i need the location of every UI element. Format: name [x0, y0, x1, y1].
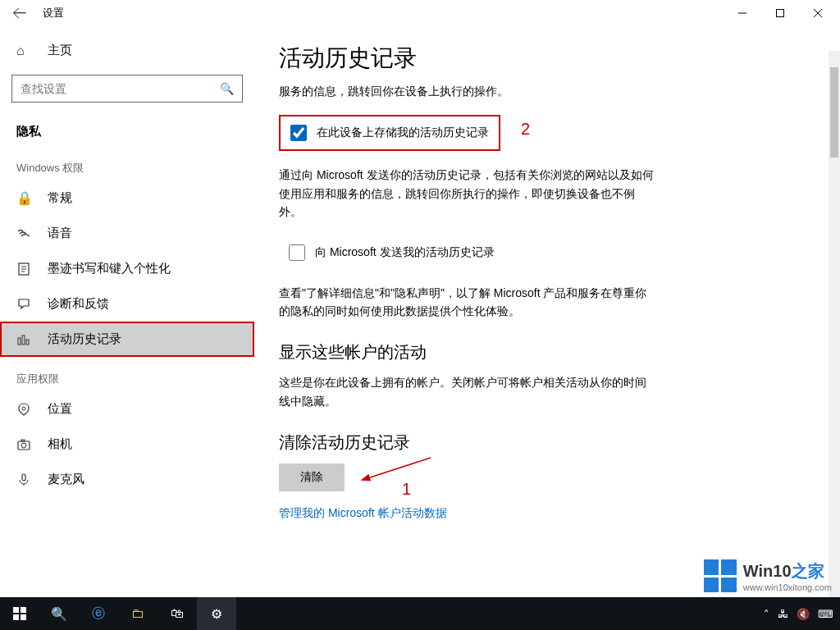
location-icon: [16, 402, 33, 417]
watermark-url: www.win10xitong.com: [743, 582, 832, 592]
taskbar-search-icon[interactable]: 🔍: [39, 597, 79, 630]
watermark-brand-b: 之家: [792, 562, 824, 580]
svg-point-11: [22, 407, 25, 410]
sidebar-item-activity-history[interactable]: 活动历史记录: [0, 322, 254, 357]
ime-icon[interactable]: ⌨: [818, 608, 833, 620]
sidebar-item-label: 活动历史记录: [48, 331, 121, 347]
chevron-up-icon[interactable]: ˄: [764, 608, 769, 620]
svg-rect-1: [777, 10, 784, 17]
sidebar-item-location[interactable]: 位置: [0, 391, 254, 427]
desc-1: 服务的信息，跳转回你在设备上执行的操作。: [279, 82, 656, 100]
maximize-button[interactable]: [761, 0, 799, 26]
svg-rect-9: [22, 336, 25, 345]
volume-mute-icon[interactable]: 🔇: [797, 608, 810, 620]
desc-2: 通过向 Microsoft 发送你的活动历史记录，包括有关你浏览的网站以及如何使…: [279, 166, 656, 221]
home-label: 主页: [48, 43, 72, 58]
sidebar-item-label: 常规: [48, 190, 72, 206]
manage-account-link[interactable]: 管理我的 Microsoft 帐户活动数据: [279, 506, 447, 521]
svg-rect-15: [22, 474, 25, 481]
sidebar-item-label: 麦克风: [48, 472, 84, 487]
watermark: Win10之家 www.win10xitong.com: [704, 559, 832, 592]
content-area: 活动历史记录 服务的信息，跳转回你在设备上执行的操作。 在此设备上存储我的活动历…: [254, 26, 840, 630]
history-icon: [16, 332, 33, 347]
group-app-permissions: 应用权限: [0, 357, 254, 391]
sidebar-item-camera[interactable]: 相机: [0, 427, 254, 462]
scrollbar[interactable]: [829, 51, 840, 597]
sidebar-item-microphone[interactable]: 麦克风: [0, 462, 254, 497]
checkbox-send-microsoft[interactable]: 向 Microsoft 发送我的活动历史记录: [279, 236, 525, 269]
clear-button[interactable]: 清除: [279, 463, 345, 491]
checkbox-send-microsoft-input[interactable]: [289, 244, 305, 261]
section-clear-heading: 清除活动历史记录: [279, 431, 815, 454]
mic-icon: [16, 472, 33, 487]
ink-icon: [16, 262, 33, 276]
network-icon[interactable]: 🖧: [778, 608, 788, 620]
checkbox-send-microsoft-label: 向 Microsoft 发送我的活动历史记录: [315, 245, 495, 260]
checkbox-store-history-label: 在此设备上存储我的活动历史记录: [317, 126, 489, 140]
sidebar-item-label: 位置: [48, 401, 72, 417]
section-show-accounts-heading: 显示这些帐户的活动: [279, 341, 815, 363]
section-privacy: 隐私: [0, 117, 254, 146]
svg-point-13: [21, 443, 26, 448]
svg-rect-21: [21, 614, 26, 620]
watermark-brand-a: Win10: [743, 562, 792, 580]
close-button[interactable]: [799, 0, 837, 26]
start-button[interactable]: [0, 597, 39, 630]
sidebar-item-feedback[interactable]: 诊断和反馈: [0, 286, 254, 322]
sidebar-item-speech[interactable]: 语音: [0, 216, 254, 251]
search-icon: 🔍: [220, 82, 234, 95]
home-nav[interactable]: ⌂ 主页: [0, 34, 254, 66]
camera-icon: [16, 437, 33, 452]
svg-line-17: [368, 458, 431, 478]
svg-rect-14: [21, 440, 25, 441]
sidebar: ⌂ 主页 🔍 隐私 Windows 权限 🔒 常规 语音 墨迹书写和键入个性化: [0, 26, 254, 630]
titlebar: 🡠 设置: [0, 0, 840, 26]
taskbar-edge-icon[interactable]: ⓔ: [79, 597, 118, 630]
sidebar-item-label: 墨迹书写和键入个性化: [48, 261, 171, 276]
search-box[interactable]: 🔍: [11, 75, 243, 103]
svg-rect-20: [13, 614, 19, 620]
taskbar-store-icon[interactable]: 🛍: [158, 597, 197, 630]
feedback-icon: [16, 297, 33, 312]
lock-icon: 🔒: [16, 190, 33, 206]
scrollbar-thumb[interactable]: [830, 67, 838, 158]
page-title: 活动历史记录: [279, 43, 815, 74]
taskbar-settings-icon[interactable]: ⚙: [197, 597, 236, 630]
back-button[interactable]: 🡠: [3, 5, 36, 22]
svg-rect-19: [21, 607, 26, 613]
sidebar-item-inking[interactable]: 墨迹书写和键入个性化: [0, 251, 254, 286]
minimize-button[interactable]: [724, 0, 761, 26]
annotation-1: 1: [402, 480, 411, 499]
sidebar-item-label: 诊断和反馈: [48, 296, 109, 312]
speech-icon: [16, 226, 33, 241]
group-windows-permissions: Windows 权限: [0, 146, 254, 180]
sidebar-item-general[interactable]: 🔒 常规: [0, 180, 254, 216]
sidebar-item-label: 语音: [48, 226, 72, 241]
sidebar-item-label: 相机: [48, 436, 72, 452]
taskbar: 🔍 ⓔ 🗀 🛍 ⚙ ˄ 🖧 🔇 ⌨: [0, 597, 840, 630]
windows-logo-icon: [704, 559, 737, 592]
svg-rect-18: [13, 607, 19, 613]
taskbar-explorer-icon[interactable]: 🗀: [118, 597, 158, 630]
window-title: 设置: [43, 6, 64, 21]
desc-3: 查看"了解详细信息"和"隐私声明"，以了解 Microsoft 产品和服务在尊重…: [279, 284, 656, 321]
search-input[interactable]: [21, 82, 220, 95]
svg-rect-10: [26, 340, 29, 345]
annotation-2: 2: [521, 120, 530, 139]
system-tray[interactable]: ˄ 🖧 🔇 ⌨: [764, 608, 840, 620]
section-show-accounts-desc: 这些是你在此设备上拥有的帐户。关闭帐户可将帐户相关活动从你的时间线中隐藏。: [279, 373, 656, 410]
home-icon: ⌂: [16, 43, 33, 58]
annotation-arrow-1: [361, 454, 435, 495]
checkbox-store-history[interactable]: 在此设备上存储我的活动历史记录: [279, 115, 500, 151]
svg-rect-8: [18, 338, 21, 345]
checkbox-store-history-input[interactable]: [290, 125, 307, 141]
